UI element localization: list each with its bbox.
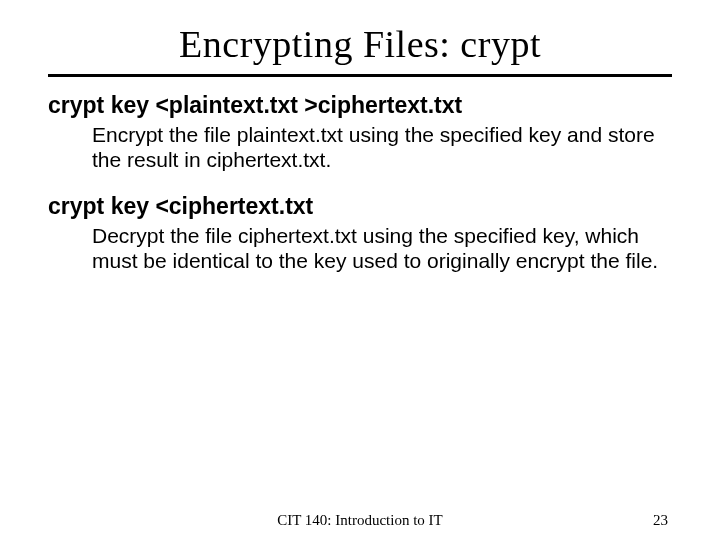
title-divider [48,74,672,77]
section-encrypt: crypt key <plaintext.txt >ciphertext.txt… [48,91,672,172]
command-decrypt: crypt key <ciphertext.txt [48,192,672,221]
slide-title: Encrypting Files: crypt [48,22,672,66]
description-decrypt: Decrypt the file ciphertext.txt using th… [92,223,672,273]
command-encrypt: crypt key <plaintext.txt >ciphertext.txt [48,91,672,120]
section-decrypt: crypt key <ciphertext.txt Decrypt the fi… [48,192,672,273]
footer-course: CIT 140: Introduction to IT [0,512,720,529]
description-encrypt: Encrypt the file plaintext.txt using the… [92,122,672,172]
footer-page-number: 23 [653,512,668,529]
